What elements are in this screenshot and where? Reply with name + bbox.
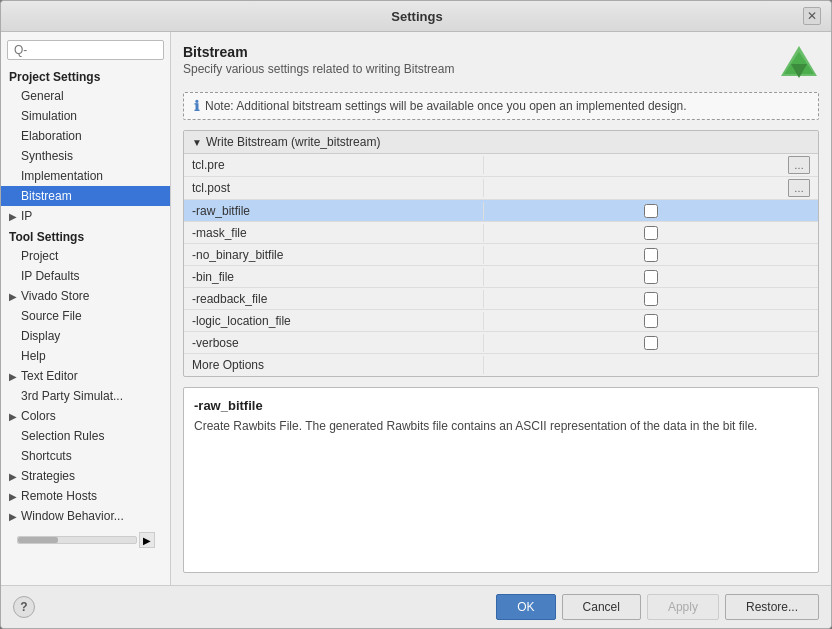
dialog-footer: ? OK Cancel Apply Restore... — [1, 585, 831, 628]
sidebar-item-colors[interactable]: ▶ Colors — [1, 406, 170, 426]
table-row-more-options[interactable]: More Options — [184, 354, 818, 376]
row-value-mask-file — [484, 224, 818, 242]
browse-btn-tcl-post[interactable]: … — [788, 179, 810, 197]
sidebar-item-strategies[interactable]: ▶ Strategies — [1, 466, 170, 486]
section-subtitle: Specify various settings related to writ… — [183, 62, 454, 76]
tool-settings-section: Tool Settings — [1, 226, 170, 246]
title-bar: Settings ✕ — [1, 1, 831, 32]
table-row-raw-bitfile[interactable]: -raw_bitfile — [184, 200, 818, 222]
help-button[interactable]: ? — [13, 596, 35, 618]
vivado-logo-icon — [779, 44, 819, 84]
colors-arrow-icon: ▶ — [9, 411, 17, 422]
checkbox-no-binary-bitfile[interactable] — [644, 248, 658, 262]
sidebar-item-synthesis[interactable]: Synthesis — [1, 146, 170, 166]
sidebar-item-ip-defaults[interactable]: IP Defaults — [1, 266, 170, 286]
description-text: Create Rawbits File. The generated Rawbi… — [194, 417, 808, 435]
main-content: Bitstream Specify various settings relat… — [171, 32, 831, 585]
row-value-logic-location-file — [484, 312, 818, 330]
checkbox-cell-logic-location-file — [492, 314, 810, 328]
table-row-tcl-post[interactable]: tcl.post … — [184, 177, 818, 200]
sidebar-item-remote-hosts-label: Remote Hosts — [21, 489, 97, 503]
sidebar-item-display[interactable]: Display — [1, 326, 170, 346]
checkbox-bin-file[interactable] — [644, 270, 658, 284]
sidebar-scroll-right[interactable]: ▶ — [139, 532, 155, 548]
footer-left: ? — [13, 596, 35, 618]
vivado-store-arrow-icon: ▶ — [9, 291, 17, 302]
row-name-raw-bitfile: -raw_bitfile — [184, 202, 484, 220]
checkbox-cell-raw-bitfile — [492, 204, 810, 218]
dialog-title: Settings — [31, 9, 803, 24]
sidebar-item-text-editor[interactable]: ▶ Text Editor — [1, 366, 170, 386]
sidebar-item-project[interactable]: Project — [1, 246, 170, 266]
search-input[interactable] — [7, 40, 164, 60]
apply-button[interactable]: Apply — [647, 594, 719, 620]
strategies-arrow-icon: ▶ — [9, 471, 17, 482]
table-row-readback-file[interactable]: -readback_file — [184, 288, 818, 310]
sidebar-item-simulation[interactable]: Simulation — [1, 106, 170, 126]
row-value-bin-file — [484, 268, 818, 286]
row-value-tcl-pre: … — [484, 154, 818, 176]
sidebar-item-remote-hosts[interactable]: ▶ Remote Hosts — [1, 486, 170, 506]
table-row-no-binary-bitfile[interactable]: -no_binary_bitfile — [184, 244, 818, 266]
sidebar-item-bitstream[interactable]: Bitstream — [1, 186, 170, 206]
restore-button[interactable]: Restore... — [725, 594, 819, 620]
sidebar-item-general[interactable]: General — [1, 86, 170, 106]
sidebar-scrollbar[interactable] — [17, 536, 137, 544]
row-name-bin-file: -bin_file — [184, 268, 484, 286]
sidebar-item-elaboration[interactable]: Elaboration — [1, 126, 170, 146]
checkbox-logic-location-file[interactable] — [644, 314, 658, 328]
table-row-logic-location-file[interactable]: -logic_location_file — [184, 310, 818, 332]
project-settings-section: Project Settings — [1, 66, 170, 86]
sidebar-item-3rd-party[interactable]: 3rd Party Simulat... — [1, 386, 170, 406]
sidebar-item-strategies-label: Strategies — [21, 469, 75, 483]
ip-arrow-icon: ▶ — [9, 211, 17, 222]
browse-btn-tcl-pre[interactable]: … — [788, 156, 810, 174]
sidebar-item-source-file[interactable]: Source File — [1, 306, 170, 326]
close-button[interactable]: ✕ — [803, 7, 821, 25]
sidebar-item-selection-rules[interactable]: Selection Rules — [1, 426, 170, 446]
checkbox-cell-verbose — [492, 336, 810, 350]
sidebar: Project Settings General Simulation Elab… — [1, 32, 171, 585]
section-header: Bitstream Specify various settings relat… — [183, 44, 819, 84]
expand-icon[interactable]: ▼ — [192, 137, 202, 148]
sidebar-item-vivado-store[interactable]: ▶ Vivado Store — [1, 286, 170, 306]
ok-button[interactable]: OK — [496, 594, 555, 620]
row-name-logic-location-file: -logic_location_file — [184, 312, 484, 330]
row-value-more-options — [484, 363, 818, 367]
cancel-button[interactable]: Cancel — [562, 594, 641, 620]
sidebar-item-shortcuts[interactable]: Shortcuts — [1, 446, 170, 466]
description-title: -raw_bitfile — [194, 398, 808, 413]
checkbox-cell-mask-file — [492, 226, 810, 240]
vivado-logo — [779, 44, 819, 84]
row-name-no-binary-bitfile: -no_binary_bitfile — [184, 246, 484, 264]
row-name-verbose: -verbose — [184, 334, 484, 352]
checkbox-verbose[interactable] — [644, 336, 658, 350]
row-name-tcl-post: tcl.post — [184, 179, 484, 197]
checkbox-cell-readback-file — [492, 292, 810, 306]
row-value-tcl-post: … — [484, 177, 818, 199]
table-row-verbose[interactable]: -verbose — [184, 332, 818, 354]
row-value-readback-file — [484, 290, 818, 308]
sidebar-item-text-editor-label: Text Editor — [21, 369, 78, 383]
table-group-label: Write Bitstream (write_bitstream) — [206, 135, 380, 149]
sidebar-item-implementation[interactable]: Implementation — [1, 166, 170, 186]
table-row-bin-file[interactable]: -bin_file — [184, 266, 818, 288]
sidebar-item-window-behavior-label: Window Behavior... — [21, 509, 124, 523]
row-name-more-options: More Options — [184, 356, 484, 374]
checkbox-readback-file[interactable] — [644, 292, 658, 306]
settings-table: ▼ Write Bitstream (write_bitstream) tcl.… — [183, 130, 819, 377]
checkbox-raw-bitfile[interactable] — [644, 204, 658, 218]
remote-hosts-arrow-icon: ▶ — [9, 491, 17, 502]
table-row-tcl-pre[interactable]: tcl.pre … — [184, 154, 818, 177]
info-icon: ℹ — [194, 98, 199, 114]
row-value-verbose — [484, 334, 818, 352]
window-behavior-arrow-icon: ▶ — [9, 511, 17, 522]
table-row-mask-file[interactable]: -mask_file — [184, 222, 818, 244]
checkbox-mask-file[interactable] — [644, 226, 658, 240]
sidebar-item-window-behavior[interactable]: ▶ Window Behavior... — [1, 506, 170, 526]
info-message: Note: Additional bitstream settings will… — [205, 99, 687, 113]
row-value-raw-bitfile — [484, 202, 818, 220]
dialog-body: Project Settings General Simulation Elab… — [1, 32, 831, 585]
sidebar-item-help[interactable]: Help — [1, 346, 170, 366]
sidebar-item-ip[interactable]: ▶ IP — [1, 206, 170, 226]
